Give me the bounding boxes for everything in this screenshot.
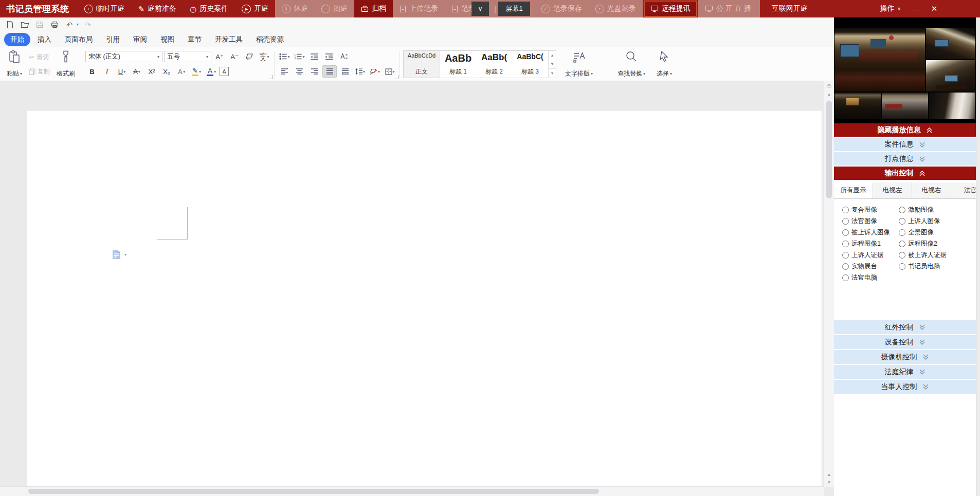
tab-docer-resources[interactable]: 稻壳资源 xyxy=(250,33,290,46)
section-party-control[interactable]: 当事人控制 xyxy=(834,380,976,394)
camera-feed-corridor[interactable] xyxy=(929,93,975,119)
new-document-icon[interactable] xyxy=(4,20,15,30)
gallery-more-icon[interactable]: ▼ xyxy=(549,68,556,78)
radio-judge-computer[interactable]: 法官电脑 xyxy=(842,273,899,282)
find-replace-button[interactable]: 查找替换▾ xyxy=(614,49,649,80)
decrease-font-button[interactable]: A⁻ xyxy=(228,51,241,62)
distribute-button[interactable] xyxy=(338,66,352,77)
italic-button[interactable]: I xyxy=(100,66,114,77)
text-effects-button[interactable]: A▾ xyxy=(175,66,188,77)
document-page[interactable] xyxy=(27,110,822,496)
justify-button[interactable] xyxy=(322,65,337,78)
output-tab-all-displays[interactable]: 所有显示 xyxy=(834,182,873,199)
font-name-select[interactable]: 宋体 (正文)▾ xyxy=(85,51,162,62)
tab-page-layout[interactable]: 页面布局 xyxy=(59,33,99,46)
style-heading3[interactable]: AaBbC( 标题 3 xyxy=(512,51,548,78)
menu-item-history-cases[interactable]: ◷ 历史案件 xyxy=(183,0,235,17)
select-button[interactable]: 选择▾ xyxy=(653,49,676,80)
menu-item-archive[interactable]: 归档 xyxy=(354,0,393,17)
undo-icon[interactable]: ↶ xyxy=(64,20,75,30)
shading-button[interactable]: ▾ xyxy=(368,66,382,77)
vertical-scrollbar[interactable]: ▲ ▲ ▼ xyxy=(824,81,834,487)
align-left-button[interactable] xyxy=(278,66,291,77)
operation-menu[interactable]: 操作 ∨ xyxy=(873,0,908,17)
section-case-info[interactable]: 案件信息 xyxy=(834,138,976,151)
character-border-button[interactable]: A xyxy=(220,67,229,76)
font-size-select[interactable]: 五号▾ xyxy=(164,51,211,62)
print-icon[interactable] xyxy=(49,20,60,30)
paragraph-dialog-launcher[interactable] xyxy=(394,75,398,79)
camera-feed-clerk-desk[interactable] xyxy=(926,60,975,91)
camera-feed-side-angle[interactable] xyxy=(926,28,975,59)
tab-home[interactable]: 开始 xyxy=(4,33,30,46)
section-device-control[interactable]: 设备控制 xyxy=(834,335,976,349)
previous-page-icon[interactable]: ▲ xyxy=(827,472,831,477)
tab-dev-tools[interactable]: 开发工具 xyxy=(209,33,249,46)
tab-insert[interactable]: 插入 xyxy=(31,33,58,46)
bold-button[interactable]: B xyxy=(85,66,99,77)
strikethrough-button[interactable]: A▾ xyxy=(130,66,143,77)
style-normal[interactable]: AaBbCcDd 正文 xyxy=(404,51,440,78)
bullet-list-button[interactable]: ▾ xyxy=(278,51,291,62)
next-page-icon[interactable]: ▼ xyxy=(827,480,831,485)
menu-item-open-court[interactable]: ▶ 开庭 xyxy=(235,0,275,17)
paste-button[interactable]: 粘贴▾ xyxy=(3,49,26,80)
font-color-button[interactable]: A ▾ xyxy=(205,66,218,77)
style-heading1[interactable]: AaBb 标题 1 xyxy=(440,51,476,78)
menu-item-temp-session[interactable]: ＋ 临时开庭 xyxy=(78,0,132,17)
text-layout-button[interactable]: 文字排版▾ xyxy=(561,49,596,80)
menu-item-remote-interrogation[interactable]: 远程提讯 xyxy=(644,1,697,17)
style-heading2[interactable]: AaBb( 标题 2 xyxy=(476,51,512,78)
menu-item-internet-court[interactable]: 互联网开庭 xyxy=(765,0,814,17)
section-output-control[interactable]: 输出控制 xyxy=(834,167,976,180)
character-scale-button[interactable] xyxy=(337,51,351,62)
tab-references[interactable]: 引用 xyxy=(100,33,126,46)
ruler-toggle-icon[interactable] xyxy=(826,83,832,88)
section-infrared-control[interactable]: 红外控制 xyxy=(834,320,976,334)
scroll-up-icon[interactable]: ▲ xyxy=(827,92,831,97)
screen-selector-value[interactable]: 屏幕1 xyxy=(498,2,530,16)
increase-font-button[interactable]: A⁺ xyxy=(213,51,226,62)
radio-remote-image-1[interactable]: 远程图像1 xyxy=(842,240,899,248)
camera-feed-hallway[interactable] xyxy=(882,93,928,119)
line-spacing-button[interactable]: ▾ xyxy=(353,66,367,77)
section-marker-info[interactable]: 打点信息 xyxy=(834,152,976,166)
radio-judge-image[interactable]: 法官图像 xyxy=(842,217,899,226)
decrease-indent-button[interactable] xyxy=(307,51,321,62)
menu-item-pretrial-prep[interactable]: ✎ 庭前准备 xyxy=(132,0,184,17)
close-button[interactable]: ✕ xyxy=(925,0,943,17)
align-right-button[interactable] xyxy=(307,66,321,77)
horizontal-scroll-thumb[interactable] xyxy=(28,489,599,494)
radio-appellant-evidence[interactable]: 上诉人证据 xyxy=(842,251,899,260)
format-painter-button[interactable]: 格式刷 xyxy=(53,49,79,80)
tab-section[interactable]: 章节 xyxy=(182,33,208,46)
horizontal-scrollbar[interactable] xyxy=(0,486,824,496)
radio-clerk-computer[interactable]: 书记员电脑 xyxy=(899,262,940,271)
section-court-discipline[interactable]: 法庭纪律 xyxy=(834,365,976,379)
gallery-up-icon[interactable]: ▲ xyxy=(549,51,556,60)
tab-view[interactable]: 视图 xyxy=(154,33,180,46)
font-dialog-launcher[interactable] xyxy=(269,75,273,79)
radio-physical-exhibit-stand[interactable]: 实物展台 xyxy=(842,262,899,271)
document-object-button[interactable]: ▾ xyxy=(112,250,126,260)
numbered-list-button[interactable]: ▾ xyxy=(293,51,306,62)
radio-incentive-image[interactable]: 激励图像 xyxy=(899,206,934,214)
output-tab-tv-right[interactable]: 电视右 xyxy=(912,182,951,198)
output-tab-tv-left[interactable]: 电视左 xyxy=(873,182,912,198)
subscript-button[interactable]: X₂ xyxy=(160,66,173,77)
radio-appellant-image[interactable]: 上诉人图像 xyxy=(899,217,940,226)
radio-appellee-image[interactable]: 被上诉人图像 xyxy=(842,228,899,237)
minimize-button[interactable]: — xyxy=(908,0,925,17)
radio-remote-image-2[interactable]: 远程图像2 xyxy=(899,240,937,248)
increase-indent-button[interactable] xyxy=(322,51,336,62)
radio-panorama-image[interactable]: 全景图像 xyxy=(899,228,934,237)
section-camera-control[interactable]: 摄像机控制 xyxy=(834,350,976,364)
align-center-button[interactable] xyxy=(293,66,306,77)
screen-selector-chevron[interactable]: ∨ xyxy=(471,2,489,16)
highlight-color-button[interactable]: ✎ ▾ xyxy=(190,66,203,77)
output-tab-judge[interactable]: 法官 xyxy=(951,182,976,198)
pinyin-guide-button[interactable]: wén文 ▾ xyxy=(258,51,271,62)
radio-composite-image[interactable]: 复合图像 xyxy=(842,206,899,214)
sidebar-scroll-strip[interactable] xyxy=(976,17,980,496)
vertical-scroll-thumb[interactable] xyxy=(826,101,832,198)
